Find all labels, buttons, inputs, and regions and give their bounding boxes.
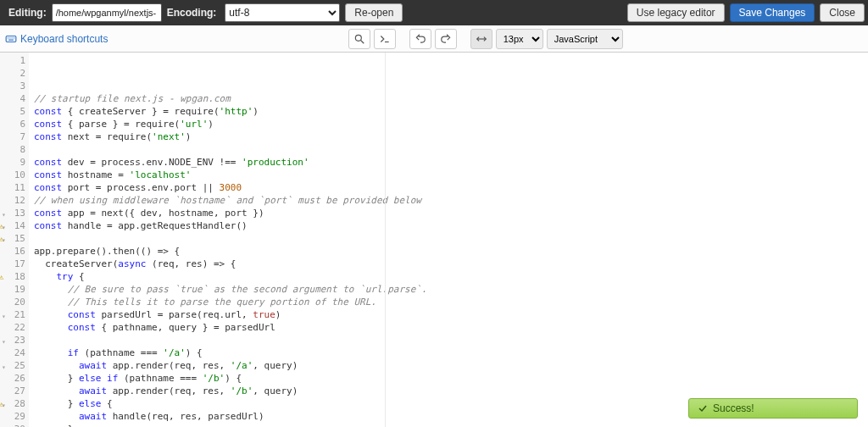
- check-icon: [698, 403, 708, 413]
- code-line[interactable]: const { createServer } = require('http'): [34, 105, 868, 118]
- line-number: 4: [0, 92, 25, 105]
- code-line[interactable]: const port = process.env.port || 3000: [34, 181, 868, 194]
- line-number: 9: [0, 156, 25, 169]
- search-button[interactable]: [348, 29, 370, 49]
- svg-rect-1: [8, 37, 8, 38]
- encoding-select[interactable]: utf-8: [225, 3, 340, 22]
- line-number: 22: [0, 321, 25, 334]
- toast-text: Success!: [713, 402, 754, 414]
- legacy-editor-button[interactable]: Use legacy editor: [627, 3, 725, 22]
- line-number: 14▾⚠: [0, 219, 25, 232]
- line-number: 28▾⚠: [0, 397, 25, 410]
- code-line[interactable]: const { parse } = require('url'): [34, 118, 868, 130]
- terminal-button[interactable]: [374, 29, 396, 49]
- line-number: 13▾: [0, 207, 25, 219]
- code-line[interactable]: [34, 143, 868, 156]
- code-line[interactable]: // Be sure to pass `true` as the second …: [34, 283, 868, 296]
- save-button[interactable]: Save Changes: [730, 3, 815, 22]
- svg-rect-4: [14, 37, 14, 38]
- toolbar: Keyboard shortcuts 13px JavaScript: [0, 25, 868, 53]
- code-area[interactable]: // startup file next.js - wpgan.comconst…: [29, 53, 868, 427]
- toolbar-center: 13px JavaScript: [348, 29, 623, 49]
- line-number: 11: [0, 181, 25, 194]
- svg-rect-3: [12, 37, 13, 38]
- code-line[interactable]: try {: [34, 270, 868, 283]
- encoding-label: Encoding:: [162, 7, 222, 19]
- code-line[interactable]: const { pathname, query } = parsedUrl: [34, 321, 868, 334]
- line-number: 23▾: [0, 334, 25, 347]
- code-line[interactable]: const app = next({ dev, hostname, port }…: [34, 207, 868, 219]
- code-line[interactable]: if (pathname === '/a') {: [34, 347, 868, 359]
- success-toast: Success!: [688, 398, 858, 419]
- undo-button[interactable]: [409, 29, 431, 49]
- code-line[interactable]: // This tells it to parse the query port…: [34, 296, 868, 308]
- line-number: 1: [0, 54, 25, 67]
- line-number: 12: [0, 194, 25, 207]
- code-line[interactable]: const parsedUrl = parse(req.url, true): [34, 308, 868, 321]
- code-line[interactable]: // startup file next.js - wpgan.com: [34, 92, 868, 105]
- code-line[interactable]: [34, 334, 868, 347]
- code-line[interactable]: } else if (pathname === '/b') {: [34, 372, 868, 385]
- code-line[interactable]: await app.render(req, res, '/b', query): [34, 385, 868, 397]
- line-number: 5: [0, 105, 25, 118]
- file-path-input[interactable]: [52, 3, 162, 22]
- code-line[interactable]: createServer(async (req, res) => {: [34, 258, 868, 270]
- line-number: 21▾: [0, 308, 25, 321]
- line-number: 24: [0, 347, 25, 359]
- keyboard-shortcuts-label: Keyboard shortcuts: [20, 33, 108, 45]
- svg-rect-5: [8, 39, 14, 40]
- code-line[interactable]: [34, 232, 868, 245]
- font-size-select[interactable]: 13px: [496, 29, 543, 49]
- svg-rect-0: [6, 36, 16, 42]
- line-number: 20: [0, 296, 25, 308]
- code-line[interactable]: // when using middleware `hostname` and …: [34, 194, 868, 207]
- line-gutter: 12345678910111213▾14▾⚠15▾⚠161718⚠192021▾…: [0, 53, 29, 427]
- keyboard-icon: [5, 33, 17, 45]
- redo-button[interactable]: [435, 29, 457, 49]
- terminal-icon: [379, 33, 391, 45]
- wrap-button[interactable]: [470, 29, 492, 49]
- wrap-icon: [476, 33, 487, 45]
- reopen-button[interactable]: Re-open: [345, 3, 403, 22]
- language-select[interactable]: JavaScript: [547, 29, 623, 49]
- line-number: 6: [0, 118, 25, 130]
- line-number: 19: [0, 283, 25, 296]
- line-number: 3: [0, 80, 25, 92]
- line-number: 30: [0, 423, 25, 427]
- code-line[interactable]: const handle = app.getRequestHandler(): [34, 219, 868, 232]
- line-number: 10: [0, 169, 25, 181]
- line-number: 16: [0, 245, 25, 258]
- svg-rect-2: [9, 37, 10, 38]
- close-button[interactable]: Close: [820, 3, 865, 22]
- keyboard-shortcuts-link[interactable]: Keyboard shortcuts: [5, 33, 108, 45]
- editing-label: Editing:: [3, 7, 52, 19]
- svg-point-6: [355, 35, 361, 41]
- line-number: 25▾: [0, 359, 25, 372]
- code-line[interactable]: app.prepare().then(() => {: [34, 245, 868, 258]
- line-number: 8: [0, 143, 25, 156]
- line-number: 2: [0, 67, 25, 80]
- topbar: Editing: Encoding: utf-8 Re-open Use leg…: [0, 0, 868, 25]
- line-number: 18⚠: [0, 270, 25, 283]
- code-line[interactable]: const next = require('next'): [34, 130, 868, 143]
- code-line[interactable]: }: [34, 423, 868, 427]
- code-line[interactable]: await app.render(req, res, '/a', query): [34, 359, 868, 372]
- undo-icon: [415, 33, 426, 45]
- code-line[interactable]: const dev = process.env.NODE_ENV !== 'pr…: [34, 156, 868, 169]
- line-number: 17: [0, 258, 25, 270]
- line-number: 27: [0, 385, 25, 397]
- line-number: 15▾⚠: [0, 232, 25, 245]
- search-icon: [353, 33, 365, 45]
- print-margin: [385, 53, 386, 427]
- code-line[interactable]: const hostname = 'localhost': [34, 169, 868, 181]
- line-number: 26: [0, 372, 25, 385]
- svg-line-7: [360, 40, 364, 43]
- redo-icon: [440, 33, 452, 45]
- code-editor[interactable]: 12345678910111213▾14▾⚠15▾⚠161718⚠192021▾…: [0, 53, 868, 427]
- line-number: 7: [0, 130, 25, 143]
- line-number: 29: [0, 410, 25, 423]
